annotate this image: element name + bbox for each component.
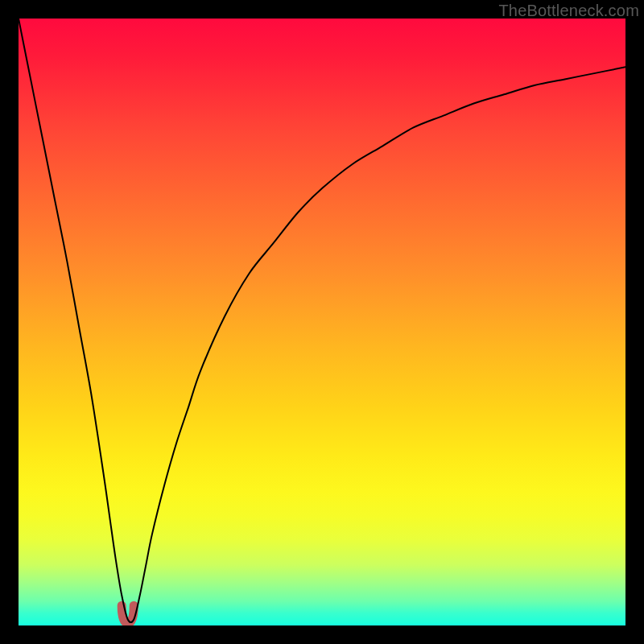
bottleneck-curve bbox=[19, 19, 625, 622]
watermark-text: TheBottleneck.com bbox=[498, 2, 639, 20]
chart-frame: TheBottleneck.com bbox=[0, 0, 644, 644]
plot-area bbox=[19, 19, 625, 625]
chart-overlay bbox=[19, 19, 625, 625]
